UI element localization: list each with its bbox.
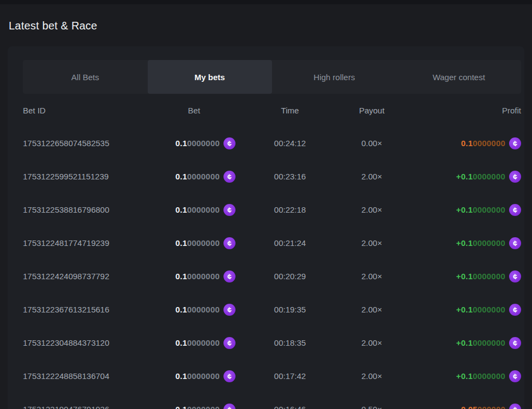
currency-coin-icon: ¢ — [509, 370, 521, 382]
bet-profit-value: 0.05000000 — [461, 405, 505, 409]
bet-id: 1753122481774719239 — [23, 238, 153, 248]
bet-id: 1753122367613215616 — [23, 305, 153, 314]
bet-amount-value: 0.10000000 — [176, 238, 220, 248]
bet-profit: +0.10000000 ¢ — [399, 237, 521, 249]
bet-amount: 0.10000000 ¢ — [153, 304, 235, 316]
bet-id: 1753122424098737792 — [23, 272, 153, 281]
currency-coin-icon: ¢ — [223, 237, 235, 249]
currency-coin-icon: ¢ — [223, 171, 235, 183]
bet-profit-value: +0.10000000 — [456, 338, 505, 347]
bets-tab-bar: All Bets My bets High rollers Wager cont… — [23, 60, 521, 94]
header-bet-id: Bet ID — [23, 106, 153, 115]
bet-id: 1753122304884373120 — [23, 338, 153, 347]
bet-amount-value: 0.10000000 — [176, 405, 220, 409]
bet-profit-value: +0.10000000 — [456, 172, 505, 181]
currency-coin-icon: ¢ — [223, 270, 235, 282]
table-row[interactable]: 1753122481774719239 0.10000000 ¢ 00:21:2… — [23, 226, 521, 260]
bet-amount-value: 0.10000000 — [176, 272, 220, 281]
bet-time: 00:21:24 — [235, 238, 344, 248]
bet-profit-value: 0.10000000 — [461, 139, 505, 148]
bet-profit-value: +0.10000000 — [456, 371, 505, 381]
table-row[interactable]: 1753122304884373120 0.10000000 ¢ 00:18:3… — [23, 326, 521, 359]
bet-time: 00:22:18 — [235, 205, 344, 214]
tab-wager-contest[interactable]: Wager contest — [397, 60, 522, 94]
currency-coin-icon: ¢ — [223, 137, 235, 149]
bet-payout: 0.00× — [344, 139, 399, 148]
bet-amount: 0.10000000 ¢ — [153, 337, 235, 349]
table-row[interactable]: 1753122658074582535 0.10000000 ¢ 00:24:1… — [23, 127, 521, 160]
bet-payout: 0.50× — [344, 405, 399, 409]
table-row[interactable]: 1753122424098737792 0.10000000 ¢ 00:20:2… — [23, 260, 521, 293]
bet-amount-value: 0.10000000 — [176, 139, 220, 148]
bet-payout: 2.00× — [344, 205, 399, 214]
page-title: Latest bet & Race — [9, 20, 97, 32]
bet-profit-value: +0.10000000 — [456, 272, 505, 281]
table-row[interactable]: 1753122367613215616 0.10000000 ¢ 00:19:3… — [23, 293, 521, 326]
table-row[interactable]: 1753122190476791936 0.10000000 ¢ 00:16:4… — [23, 393, 521, 409]
bet-id: 1753122658074582535 — [23, 139, 153, 148]
bet-profit: +0.10000000 ¢ — [399, 304, 521, 316]
bets-table-body: 1753122658074582535 0.10000000 ¢ 00:24:1… — [23, 127, 521, 409]
bet-amount: 0.10000000 ¢ — [153, 171, 235, 183]
tab-high-rollers[interactable]: High rollers — [272, 60, 397, 94]
bet-profit: +0.10000000 ¢ — [399, 204, 521, 216]
currency-coin-icon: ¢ — [223, 370, 235, 382]
currency-coin-icon: ¢ — [509, 270, 521, 282]
bet-amount: 0.10000000 ¢ — [153, 204, 235, 216]
header-profit: Profit — [399, 106, 521, 115]
bet-id: 1753122538816796800 — [23, 205, 153, 214]
bet-id: 1753122599521151239 — [23, 172, 153, 181]
bet-profit-value: +0.10000000 — [456, 205, 505, 214]
bet-amount: 0.10000000 ¢ — [153, 370, 235, 382]
bet-payout: 2.00× — [344, 238, 399, 248]
currency-coin-icon: ¢ — [509, 204, 521, 216]
bet-profit-value: +0.10000000 — [456, 238, 505, 248]
bet-amount: 0.10000000 ¢ — [153, 404, 235, 409]
tab-all-bets[interactable]: All Bets — [23, 60, 148, 94]
bet-id: 1753122248858136704 — [23, 371, 153, 381]
table-row[interactable]: 1753122599521151239 0.10000000 ¢ 00:23:1… — [23, 160, 521, 193]
header-bet: Bet — [153, 106, 235, 115]
bet-amount-value: 0.10000000 — [176, 371, 220, 381]
bets-panel: All Bets My bets High rollers Wager cont… — [8, 46, 524, 409]
bet-profit: +0.10000000 ¢ — [399, 370, 521, 382]
bet-amount: 0.10000000 ¢ — [153, 270, 235, 282]
currency-coin-icon: ¢ — [509, 337, 521, 349]
currency-coin-icon: ¢ — [223, 404, 235, 409]
bet-time: 00:20:29 — [235, 272, 344, 281]
currency-coin-icon: ¢ — [223, 204, 235, 216]
window-top-strip — [0, 0, 532, 4]
currency-coin-icon: ¢ — [509, 237, 521, 249]
bet-time: 00:18:35 — [235, 338, 344, 347]
bet-profit: 0.10000000 ¢ — [399, 137, 521, 149]
bet-time: 00:17:42 — [235, 371, 344, 381]
table-row[interactable]: 1753122248858136704 0.10000000 ¢ 00:17:4… — [23, 359, 521, 393]
bet-id: 1753122190476791936 — [23, 405, 153, 409]
bet-payout: 2.00× — [344, 371, 399, 381]
bet-amount: 0.10000000 ¢ — [153, 237, 235, 249]
bet-time: 00:24:12 — [235, 139, 344, 148]
header-payout: Payout — [344, 106, 399, 115]
bet-amount: 0.10000000 ¢ — [153, 137, 235, 149]
bet-amount-value: 0.10000000 — [176, 338, 220, 347]
bet-payout: 2.00× — [344, 172, 399, 181]
header-time: Time — [235, 106, 344, 115]
bet-profit: +0.10000000 ¢ — [399, 171, 521, 183]
bet-profit: +0.10000000 ¢ — [399, 337, 521, 349]
bet-profit-value: +0.10000000 — [456, 305, 505, 314]
bet-time: 00:23:16 — [235, 172, 344, 181]
tab-my-bets[interactable]: My bets — [148, 60, 273, 94]
bet-payout: 2.00× — [344, 305, 399, 314]
table-row[interactable]: 1753122538816796800 0.10000000 ¢ 00:22:1… — [23, 193, 521, 226]
bet-amount-value: 0.10000000 — [176, 205, 220, 214]
currency-coin-icon: ¢ — [509, 304, 521, 316]
bet-profit: +0.10000000 ¢ — [399, 270, 521, 282]
bet-time: 00:16:46 — [235, 405, 344, 409]
bet-profit: 0.05000000 ¢ — [399, 404, 521, 409]
currency-coin-icon: ¢ — [509, 137, 521, 149]
bet-payout: 2.00× — [344, 272, 399, 281]
currency-coin-icon: ¢ — [509, 404, 521, 409]
table-header-row: Bet ID Bet Time Payout Profit — [23, 99, 521, 121]
bet-amount-value: 0.10000000 — [176, 305, 220, 314]
currency-coin-icon: ¢ — [509, 171, 521, 183]
